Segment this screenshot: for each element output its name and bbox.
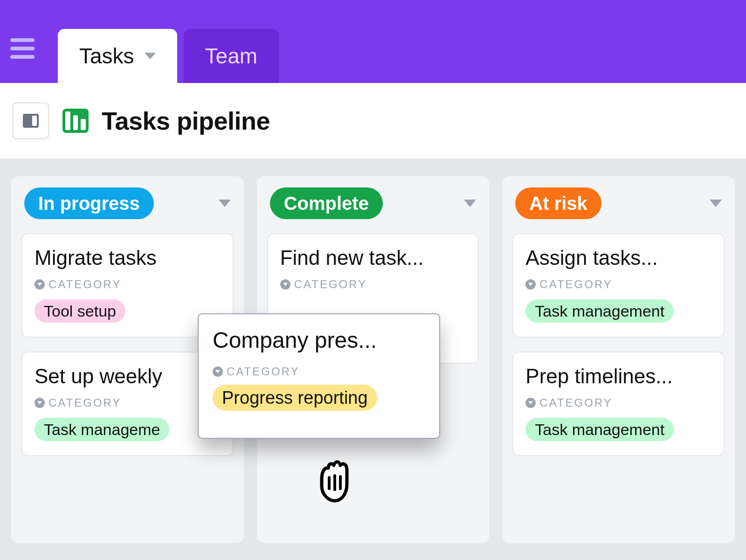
column-status-pill[interactable]: At risk <box>515 187 601 219</box>
dragging-card[interactable]: Company pres... CATEGORY Progress report… <box>198 313 440 439</box>
chevron-down-icon <box>525 279 536 290</box>
tab-label: Team <box>205 43 257 69</box>
chevron-down-icon <box>35 279 45 290</box>
card-tag[interactable]: Progress reporting <box>213 385 377 411</box>
chevron-down-icon <box>213 366 223 377</box>
card-tag[interactable]: Task management <box>525 299 674 323</box>
card-title: Set up weekly <box>35 365 221 388</box>
view-toggle-button[interactable] <box>12 102 49 139</box>
column-status-pill[interactable]: Complete <box>270 187 383 219</box>
meta-label: CATEGORY <box>539 278 612 291</box>
tab-tasks[interactable]: Tasks <box>58 29 177 83</box>
chevron-down-icon[interactable] <box>145 53 156 59</box>
task-card[interactable]: Prep timelines... CATEGORY Task manageme… <box>512 352 725 456</box>
tab-label: Tasks <box>79 43 134 69</box>
column-header: At risk <box>512 187 725 219</box>
card-meta: CATEGORY <box>525 396 711 409</box>
column-status-pill[interactable]: In progress <box>24 187 154 219</box>
column-menu-icon[interactable] <box>219 200 231 207</box>
card-tag[interactable]: Tool setup <box>35 299 125 323</box>
card-title: Prep timelines... <box>525 365 711 388</box>
card-meta: CATEGORY <box>35 396 221 409</box>
panel-icon <box>23 114 39 128</box>
board-logo-icon <box>62 109 89 133</box>
tab-team[interactable]: Team <box>184 29 279 83</box>
column-menu-icon[interactable] <box>710 200 722 207</box>
card-title: Assign tasks... <box>525 246 711 270</box>
card-tag[interactable]: Task management <box>525 418 674 441</box>
card-title: Find new task... <box>280 246 466 270</box>
meta-label: CATEGORY <box>539 396 612 409</box>
chevron-down-icon <box>35 398 45 408</box>
meta-label: CATEGORY <box>48 278 121 291</box>
card-meta: CATEGORY <box>280 278 466 291</box>
meta-label: CATEGORY <box>48 396 121 409</box>
chevron-down-icon <box>280 279 290 290</box>
card-meta: CATEGORY <box>213 365 425 378</box>
column-header: In progress <box>21 187 234 219</box>
card-meta: CATEGORY <box>35 278 221 291</box>
board-title: Tasks pipeline <box>102 106 270 135</box>
column-header: Complete <box>267 187 479 219</box>
chevron-down-icon <box>525 398 536 408</box>
card-title: Migrate tasks <box>35 246 221 270</box>
column-at-risk: At risk Assign tasks... CATEGORY Task ma… <box>501 175 736 544</box>
card-meta: CATEGORY <box>525 278 711 291</box>
column-menu-icon[interactable] <box>464 200 476 207</box>
task-card[interactable]: Assign tasks... CATEGORY Task management <box>512 233 725 338</box>
top-nav: Tasks Team <box>0 0 746 83</box>
meta-label: CATEGORY <box>227 365 299 378</box>
meta-label: CATEGORY <box>294 278 367 291</box>
board-header: Tasks pipeline <box>0 83 746 159</box>
menu-icon[interactable] <box>10 35 38 62</box>
card-tag[interactable]: Task manageme <box>35 418 169 441</box>
kanban-board: In progress Migrate tasks CATEGORY Tool … <box>0 159 746 560</box>
card-title: Company pres... <box>213 327 425 353</box>
